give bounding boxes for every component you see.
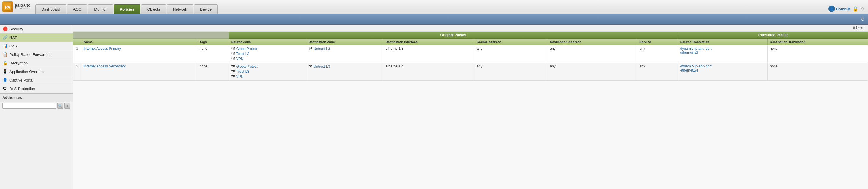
row-name: Internet Access Secondary — [82, 63, 197, 81]
zone-item: 🗺 GlobalProtect — [231, 47, 304, 51]
row-dest-zone: 🗺 Untrust-L3 — [306, 45, 383, 63]
logo-box: PA — [2, 1, 13, 12]
row-number: 2 — [73, 63, 82, 81]
row-dest-interface: ethernet1/3 — [383, 45, 474, 63]
sidebar-item-icon: 👤 — [2, 77, 8, 83]
commit-user-icon: 👤 — [828, 6, 835, 12]
group-header-empty — [73, 32, 229, 38]
zone-label[interactable]: VPN — [236, 75, 244, 79]
dest-zone-icon: 🗺 — [309, 47, 312, 51]
addresses-header: Addresses — [0, 93, 72, 102]
nav-tab-objects[interactable]: Objects — [141, 4, 166, 14]
zone-item: 🗺 VPN — [231, 74, 304, 79]
zone-label[interactable]: VPN — [236, 57, 244, 61]
col-header-row: Name Tags Source Zone Destination Zone D… — [73, 38, 868, 45]
row-source-trans: dynamic-ip-and-portethernet1/3 — [678, 45, 767, 63]
row-name: Internet Access Primary — [82, 45, 197, 63]
sidebar-item-dos-protection[interactable]: 🛡 DoS Protection — [0, 84, 72, 93]
zone-item: 🗺 Trust-L3 — [231, 69, 304, 74]
nat-policy-table: Original Packet Translated Packet Name T… — [73, 31, 868, 81]
sidebar-item-security[interactable]: 🔴 Security — [0, 25, 72, 33]
nav-tab-acc[interactable]: ACC — [67, 4, 87, 14]
address-add-btn[interactable]: + — [64, 103, 70, 109]
name-link[interactable]: Internet Access Primary — [84, 47, 121, 51]
zone-label[interactable]: GlobalProtect — [236, 64, 258, 69]
svg-text:PA: PA — [5, 5, 10, 9]
zone-icon: 🗺 — [231, 74, 235, 79]
row-service: any — [637, 63, 678, 81]
sidebar-item-label: NAT — [9, 35, 17, 40]
sidebar-item-qos[interactable]: 📊 QoS — [0, 42, 72, 50]
col-dest-zone: Destination Zone — [306, 38, 383, 45]
zone-item: 🗺 VPN — [231, 56, 304, 61]
commit-button[interactable]: 👤 Commit — [828, 6, 850, 12]
nav-tab-monitor[interactable]: Monitor — [88, 4, 113, 14]
logo-area: PA paloalto NETWORKS — [2, 1, 31, 14]
row-source-zone: 🗺 GlobalProtect 🗺 Trust-L3 🗺 VPN — [228, 45, 306, 63]
address-search-input[interactable] — [2, 103, 56, 109]
dest-zone-label[interactable]: Untrust-L3 — [313, 64, 330, 69]
sidebar-item-label: Decryption — [9, 61, 28, 65]
sidebar-item-label: Captive Portal — [9, 78, 33, 82]
row-dest-trans: none — [767, 45, 868, 63]
name-link[interactable]: Internet Access Secondary — [84, 64, 126, 68]
sidebar-item-policy-based-forwarding[interactable]: 📋 Policy Based Forwarding — [0, 50, 72, 59]
nav-tab-dashboard[interactable]: Dashboard — [35, 4, 66, 14]
table-row: 2 Internet Access Secondary none 🗺 Globa… — [73, 63, 868, 81]
address-search-row: 🔍 + — [0, 102, 72, 110]
palo-alto-logo-icon: PA — [3, 3, 12, 11]
zone-label[interactable]: GlobalProtect — [236, 47, 258, 51]
config-icon[interactable]: ⚙ — [861, 6, 865, 11]
col-source-trans: Source Translation — [678, 38, 767, 45]
row-tags: none — [197, 63, 229, 81]
col-source-zone: Source Zone — [228, 38, 306, 45]
col-tags: Tags — [197, 38, 229, 45]
sidebar-item-decryption[interactable]: 🔒 Decryption — [0, 59, 72, 68]
row-service: any — [637, 45, 678, 63]
nav-tab-device[interactable]: Device — [194, 4, 218, 14]
sidebar-item-label: Policy Based Forwarding — [9, 52, 52, 57]
commit-label: Commit — [836, 7, 850, 11]
sidebar-item-application-override[interactable]: 📱 Application Override — [0, 68, 72, 76]
sidebar-item-icon: 📱 — [2, 69, 8, 74]
sidebar-item-icon: 🔒 — [2, 60, 8, 66]
col-dest-trans: Destination Translation — [767, 38, 868, 45]
dest-zone-icon: 🗺 — [309, 64, 312, 69]
zone-label[interactable]: Trust-L3 — [236, 70, 249, 74]
row-tags: none — [197, 45, 229, 63]
sidebar: 🔴 Security 🔗 NAT 📊 QoS 📋 Policy Based Fo… — [0, 25, 73, 189]
row-source-addr: any — [474, 63, 548, 81]
sidebar-item-icon: 📊 — [2, 43, 8, 49]
zone-item: 🗺 Trust-L3 — [231, 52, 304, 56]
col-name: Name — [82, 38, 197, 45]
zone-icon: 🗺 — [231, 69, 235, 74]
col-service: Service — [637, 38, 678, 45]
subheader: ↻ — [0, 14, 868, 25]
table-area: 8 items Original Packet Translated Packe… — [73, 25, 868, 189]
sidebar-addresses-section: Addresses 🔍 + — [0, 93, 72, 110]
zone-label[interactable]: Trust-L3 — [236, 52, 249, 56]
col-dest-addr: Destination Address — [548, 38, 637, 45]
row-number: 1 — [73, 45, 82, 63]
row-dest-trans: none — [767, 63, 868, 81]
nav-tab-network[interactable]: Network — [167, 4, 193, 14]
row-dest-interface: ethernet1/4 — [383, 63, 474, 81]
lock-icon[interactable]: 🔒 — [852, 6, 858, 12]
sidebar-item-icon: 🛡 — [2, 86, 8, 91]
nav-tab-policies[interactable]: Policies — [114, 4, 141, 14]
row-dest-addr: any — [548, 45, 637, 63]
sidebar-item-icon: 🔴 — [2, 26, 8, 31]
dest-zone-label[interactable]: Untrust-L3 — [313, 47, 330, 51]
sidebar-item-icon: 📋 — [2, 52, 8, 57]
sidebar-item-label: QoS — [9, 44, 17, 48]
zone-icon: 🗺 — [231, 52, 235, 56]
sidebar-item-nat[interactable]: 🔗 NAT — [0, 33, 72, 42]
group-header-row: Original Packet Translated Packet — [73, 32, 868, 38]
sidebar-item-captive-portal[interactable]: 👤 Captive Portal — [0, 76, 72, 84]
sidebar-item-label: Security — [9, 27, 23, 31]
logo-networks: NETWORKS — [15, 8, 31, 10]
item-count: 8 items — [73, 25, 868, 31]
refresh-icon[interactable]: ↻ — [861, 17, 865, 22]
row-source-trans: dynamic-ip-and-portethernet1/4 — [678, 63, 767, 81]
address-search-btn[interactable]: 🔍 — [57, 103, 63, 109]
